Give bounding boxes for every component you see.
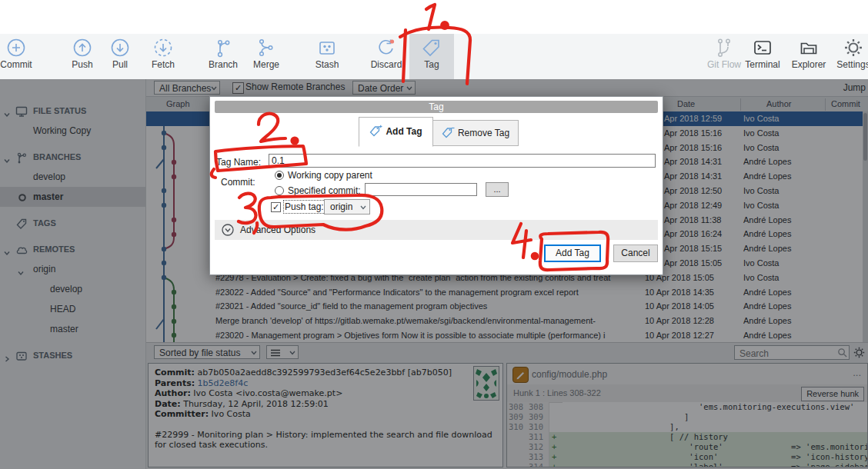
commit-icon bbox=[5, 37, 27, 58]
advanced-options-expander[interactable]: Advanced Options bbox=[215, 220, 658, 240]
merge-icon bbox=[255, 37, 277, 58]
toolbar-button-merge[interactable]: Merge bbox=[244, 34, 289, 79]
toolbar-button-fetch[interactable]: Fetch bbox=[141, 34, 185, 79]
working-copy-parent-label[interactable]: Working copy parent bbox=[288, 170, 372, 181]
tag-name-input[interactable] bbox=[269, 154, 656, 168]
browse-commit-button[interactable]: ... bbox=[486, 182, 509, 197]
push-icon bbox=[72, 37, 93, 58]
toolbar-label: Terminal bbox=[740, 59, 785, 70]
toolbar-button-commit[interactable]: Commit bbox=[0, 34, 38, 79]
settings-icon bbox=[843, 37, 864, 58]
pull-icon bbox=[109, 37, 131, 58]
sourcetree-window: CommitPushPullFetchBranchMergeStashDisca… bbox=[0, 0, 868, 469]
toolbar-label: Stash bbox=[305, 59, 349, 70]
toolbar-label: Settings bbox=[831, 59, 868, 70]
toolbar-label: Branch bbox=[201, 59, 245, 70]
toolbar-button-tag[interactable]: Tag bbox=[409, 34, 454, 79]
working-copy-parent-radio[interactable] bbox=[275, 171, 284, 180]
toolbar-button-settings[interactable]: Settings bbox=[831, 34, 868, 79]
fetch-icon bbox=[152, 37, 174, 58]
tab-add-tag-label: Add Tag bbox=[386, 126, 422, 137]
tab-remove-tag[interactable]: Remove Tag bbox=[432, 120, 519, 146]
main-toolbar: CommitPushPullFetchBranchMergeStashDisca… bbox=[0, 34, 868, 80]
toolbar-label: Discard bbox=[364, 59, 409, 70]
cancel-button[interactable]: Cancel bbox=[613, 244, 658, 262]
window-top-strip bbox=[0, 0, 868, 34]
explorer-icon bbox=[798, 37, 820, 58]
toolbar-label: Commit bbox=[0, 59, 38, 70]
gitflow-icon bbox=[713, 37, 735, 58]
specified-commit-input[interactable] bbox=[365, 183, 477, 196]
toolbar-label: Pull bbox=[98, 59, 142, 70]
discard-icon bbox=[376, 37, 397, 58]
add-tag-icon bbox=[369, 125, 382, 138]
toolbar-label: Merge bbox=[244, 59, 289, 70]
toolbar-button-stash[interactable]: Stash bbox=[305, 34, 349, 79]
specified-commit-radio[interactable] bbox=[275, 186, 284, 195]
add-tag-button[interactable]: Add Tag bbox=[544, 244, 601, 262]
remove-tag-icon bbox=[442, 126, 455, 139]
push-remote-select[interactable]: origin bbox=[324, 199, 370, 215]
toolbar-button-discard[interactable]: Discard bbox=[364, 34, 409, 79]
branch-icon bbox=[212, 37, 234, 58]
terminal-icon bbox=[752, 37, 773, 58]
stash-icon bbox=[316, 37, 338, 58]
advanced-options-label: Advanced Options bbox=[240, 225, 315, 235]
tag-dialog: Tag Add Tag Remove Tag Tag Name: Com bbox=[209, 96, 663, 275]
dialog-title-bar[interactable]: Tag bbox=[215, 101, 658, 113]
toolbar-label: Fetch bbox=[141, 59, 185, 70]
chevron-down-icon bbox=[360, 205, 366, 210]
tag-icon bbox=[421, 37, 442, 58]
push-tag-checkbox[interactable]: ✓ bbox=[271, 202, 281, 212]
toolbar-button-pull[interactable]: Pull bbox=[98, 34, 142, 79]
tag-name-label: Tag Name: bbox=[216, 157, 261, 168]
commit-label: Commit: bbox=[221, 177, 255, 188]
expander-chevron-icon bbox=[222, 224, 234, 236]
tab-add-tag[interactable]: Add Tag bbox=[359, 117, 433, 147]
toolbar-label: Tag bbox=[409, 59, 454, 70]
toolbar-label: Explorer bbox=[786, 59, 831, 70]
toolbar-button-branch[interactable]: Branch bbox=[201, 34, 245, 79]
tab-remove-tag-label: Remove Tag bbox=[458, 128, 509, 138]
specified-commit-label[interactable]: Specified commit: bbox=[288, 185, 361, 196]
push-tag-label[interactable]: Push tag: bbox=[285, 201, 324, 212]
push-remote-value: origin bbox=[330, 201, 352, 212]
toolbar-button-explorer[interactable]: Explorer bbox=[786, 34, 831, 79]
toolbar-button-terminal[interactable]: Terminal bbox=[740, 34, 785, 79]
